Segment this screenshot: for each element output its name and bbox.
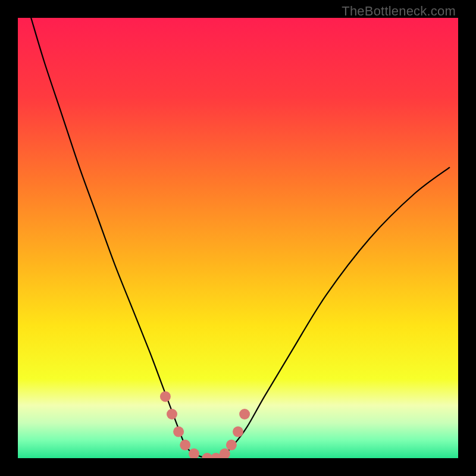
marker-dot [226, 440, 237, 450]
frame-left [0, 0, 18, 476]
marker-dot [160, 391, 171, 402]
marker-dot [180, 440, 190, 450]
marker-dot [173, 427, 184, 437]
plot-svg [18, 18, 458, 458]
marker-dot [167, 409, 177, 419]
chart-stage: TheBottleneck.com [0, 0, 476, 476]
frame-bottom [0, 458, 476, 476]
frame-right [458, 0, 476, 476]
marker-dot [233, 427, 243, 437]
marker-dot [239, 409, 250, 419]
plot-area [18, 18, 458, 458]
gradient-background [18, 18, 458, 458]
watermark-text: TheBottleneck.com [342, 4, 456, 19]
